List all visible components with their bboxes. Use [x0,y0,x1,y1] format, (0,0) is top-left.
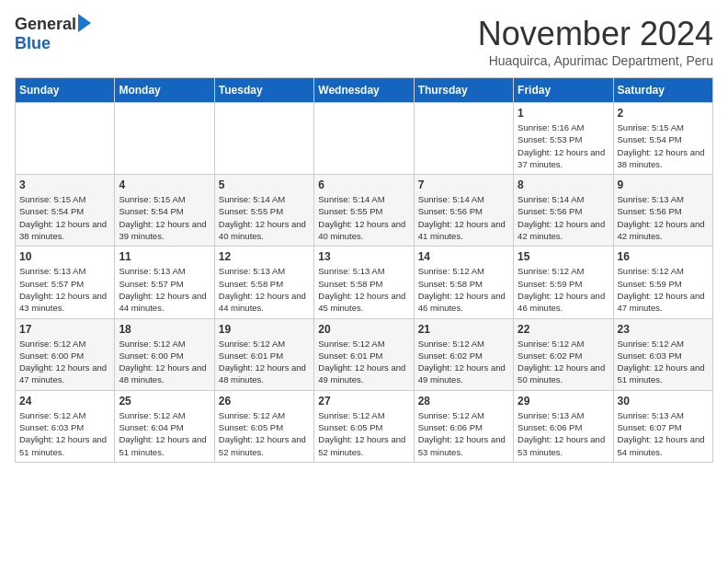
day-info: Sunrise: 5:12 AM Sunset: 6:01 PM Dayligh… [318,338,409,386]
logo-arrow-icon [78,14,91,32]
calendar-week-5: 24Sunrise: 5:12 AM Sunset: 6:03 PM Dayli… [16,390,713,462]
day-info: Sunrise: 5:15 AM Sunset: 5:54 PM Dayligh… [119,193,210,242]
day-number: 11 [119,250,210,263]
day-info: Sunrise: 5:15 AM Sunset: 5:54 PM Dayligh… [618,121,709,170]
calendar-cell [16,103,115,175]
month-title: November 2024 [478,15,713,53]
calendar-week-3: 10Sunrise: 5:13 AM Sunset: 5:57 PM Dayli… [16,247,713,318]
day-info: Sunrise: 5:13 AM Sunset: 5:57 PM Dayligh… [19,265,110,314]
day-info: Sunrise: 5:14 AM Sunset: 5:55 PM Dayligh… [318,193,409,242]
day-info: Sunrise: 5:12 AM Sunset: 6:00 PM Dayligh… [119,338,210,386]
calendar-cell: 8Sunrise: 5:14 AM Sunset: 5:56 PM Daylig… [514,175,613,247]
day-number: 19 [219,323,310,336]
day-number: 23 [618,323,709,336]
day-number: 10 [19,250,110,263]
calendar-cell: 3Sunrise: 5:15 AM Sunset: 5:54 PM Daylig… [16,175,115,247]
weekday-header-wednesday: Wednesday [314,78,414,103]
title-block: November 2024 Huaquirca, Apurimac Depart… [478,15,713,68]
weekday-header-friday: Friday [514,78,613,103]
day-info: Sunrise: 5:13 AM Sunset: 5:57 PM Dayligh… [119,265,210,314]
day-number: 27 [318,395,409,408]
day-number: 17 [19,323,110,336]
day-number: 25 [119,395,210,408]
calendar-cell: 24Sunrise: 5:12 AM Sunset: 6:03 PM Dayli… [16,390,115,462]
day-number: 28 [418,395,509,408]
day-info: Sunrise: 5:12 AM Sunset: 6:02 PM Dayligh… [518,338,609,386]
day-number: 20 [318,323,409,336]
calendar-cell: 9Sunrise: 5:13 AM Sunset: 5:56 PM Daylig… [613,175,712,247]
day-info: Sunrise: 5:13 AM Sunset: 6:07 PM Dayligh… [618,409,709,458]
day-info: Sunrise: 5:13 AM Sunset: 6:06 PM Dayligh… [518,409,609,458]
calendar-cell: 12Sunrise: 5:13 AM Sunset: 5:58 PM Dayli… [214,247,313,318]
day-info: Sunrise: 5:12 AM Sunset: 6:00 PM Dayligh… [19,338,110,386]
calendar-cell: 7Sunrise: 5:14 AM Sunset: 5:56 PM Daylig… [414,175,513,247]
calendar-cell: 28Sunrise: 5:12 AM Sunset: 6:06 PM Dayli… [414,390,513,462]
day-info: Sunrise: 5:12 AM Sunset: 5:58 PM Dayligh… [418,265,509,314]
logo-blue-text: Blue [15,34,51,53]
day-number: 26 [219,395,310,408]
day-info: Sunrise: 5:12 AM Sunset: 6:04 PM Dayligh… [119,409,210,458]
day-info: Sunrise: 5:14 AM Sunset: 5:56 PM Dayligh… [418,193,509,242]
day-info: Sunrise: 5:16 AM Sunset: 5:53 PM Dayligh… [518,121,609,170]
calendar-cell: 27Sunrise: 5:12 AM Sunset: 6:05 PM Dayli… [314,390,414,462]
calendar-week-4: 17Sunrise: 5:12 AM Sunset: 6:00 PM Dayli… [16,318,713,390]
day-number: 24 [19,395,110,408]
logo: General Blue [15,15,91,53]
day-info: Sunrise: 5:14 AM Sunset: 5:55 PM Dayligh… [219,193,310,242]
calendar-cell: 10Sunrise: 5:13 AM Sunset: 5:57 PM Dayli… [16,247,115,318]
day-number: 1 [518,107,609,120]
day-number: 7 [418,178,509,191]
calendar-cell: 21Sunrise: 5:12 AM Sunset: 6:02 PM Dayli… [414,318,513,390]
day-number: 21 [418,323,509,336]
day-number: 6 [318,178,409,191]
calendar-cell: 4Sunrise: 5:15 AM Sunset: 5:54 PM Daylig… [115,175,214,247]
calendar-cell: 5Sunrise: 5:14 AM Sunset: 5:55 PM Daylig… [214,175,313,247]
calendar-cell: 25Sunrise: 5:12 AM Sunset: 6:04 PM Dayli… [115,390,214,462]
calendar-cell: 30Sunrise: 5:13 AM Sunset: 6:07 PM Dayli… [613,390,712,462]
weekday-header-tuesday: Tuesday [214,78,313,103]
calendar-cell: 6Sunrise: 5:14 AM Sunset: 5:55 PM Daylig… [314,175,414,247]
page-header: General Blue November 2024 Huaquirca, Ap… [15,15,713,68]
day-number: 5 [219,178,310,191]
calendar-cell: 17Sunrise: 5:12 AM Sunset: 6:00 PM Dayli… [16,318,115,390]
day-info: Sunrise: 5:12 AM Sunset: 6:03 PM Dayligh… [19,409,110,458]
day-number: 13 [318,250,409,263]
calendar-cell: 13Sunrise: 5:13 AM Sunset: 5:58 PM Dayli… [314,247,414,318]
calendar-cell: 16Sunrise: 5:12 AM Sunset: 5:59 PM Dayli… [613,247,712,318]
day-info: Sunrise: 5:13 AM Sunset: 5:58 PM Dayligh… [219,265,310,314]
calendar-cell [414,103,513,175]
weekday-header-monday: Monday [115,78,214,103]
day-info: Sunrise: 5:12 AM Sunset: 5:59 PM Dayligh… [618,265,709,314]
day-number: 12 [219,250,310,263]
calendar-table: SundayMondayTuesdayWednesdayThursdayFrid… [15,77,713,463]
logo-general-text: General [15,15,76,34]
calendar-cell: 20Sunrise: 5:12 AM Sunset: 6:01 PM Dayli… [314,318,414,390]
day-number: 9 [618,178,709,191]
day-number: 14 [418,250,509,263]
day-info: Sunrise: 5:12 AM Sunset: 6:05 PM Dayligh… [219,409,310,458]
day-info: Sunrise: 5:13 AM Sunset: 5:58 PM Dayligh… [318,265,409,314]
calendar-cell: 2Sunrise: 5:15 AM Sunset: 5:54 PM Daylig… [613,103,712,175]
day-info: Sunrise: 5:12 AM Sunset: 6:02 PM Dayligh… [418,338,509,386]
day-number: 2 [618,107,709,120]
day-info: Sunrise: 5:13 AM Sunset: 5:56 PM Dayligh… [618,193,709,242]
day-number: 30 [618,395,709,408]
calendar-cell: 23Sunrise: 5:12 AM Sunset: 6:03 PM Dayli… [613,318,712,390]
day-info: Sunrise: 5:12 AM Sunset: 6:06 PM Dayligh… [418,409,509,458]
calendar-cell [314,103,414,175]
calendar-cell [115,103,214,175]
day-number: 15 [518,250,609,263]
calendar-cell: 11Sunrise: 5:13 AM Sunset: 5:57 PM Dayli… [115,247,214,318]
day-info: Sunrise: 5:12 AM Sunset: 6:05 PM Dayligh… [318,409,409,458]
calendar-cell: 29Sunrise: 5:13 AM Sunset: 6:06 PM Dayli… [514,390,613,462]
day-info: Sunrise: 5:14 AM Sunset: 5:56 PM Dayligh… [518,193,609,242]
weekday-header-thursday: Thursday [414,78,513,103]
calendar-cell: 18Sunrise: 5:12 AM Sunset: 6:00 PM Dayli… [115,318,214,390]
calendar-cell: 14Sunrise: 5:12 AM Sunset: 5:58 PM Dayli… [414,247,513,318]
calendar-cell: 15Sunrise: 5:12 AM Sunset: 5:59 PM Dayli… [514,247,613,318]
calendar-cell [214,103,313,175]
day-number: 29 [518,395,609,408]
calendar-cell: 26Sunrise: 5:12 AM Sunset: 6:05 PM Dayli… [214,390,313,462]
day-info: Sunrise: 5:15 AM Sunset: 5:54 PM Dayligh… [19,193,110,242]
weekday-header-saturday: Saturday [613,78,712,103]
